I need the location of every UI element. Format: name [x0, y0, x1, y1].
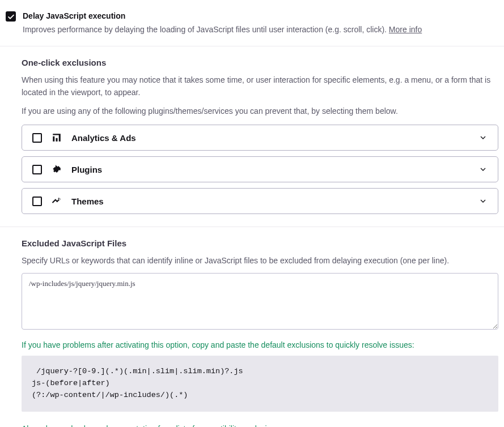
delay-js-title: Delay JavaScript execution [23, 11, 422, 20]
documentation-link[interactable]: documentation [104, 424, 156, 427]
analytics-icon [51, 133, 62, 143]
delay-js-desc: Improves performance by delaying the loa… [23, 24, 422, 36]
excluded-files-desc: Specify URLs or keywords that can identi… [22, 255, 498, 267]
exclusion-checkbox-plugins[interactable] [32, 165, 42, 174]
delay-js-text: Delay JavaScript execution Improves perf… [23, 11, 422, 36]
exclusions-intro: When using this feature you may notice t… [22, 74, 498, 99]
delay-js-row: Delay JavaScript execution Improves perf… [0, 0, 504, 46]
exclusion-item-analytics[interactable]: Analytics & Ads [22, 125, 498, 151]
exclusion-accordion: Analytics & Ads Plugins Themes [22, 125, 498, 214]
exclusions-heading: One-click exclusions [22, 58, 498, 67]
one-click-exclusions-section: One-click exclusions When using this fea… [0, 46, 504, 227]
exclusion-label: Analytics & Ads [71, 133, 469, 143]
excluded-files-section: Excluded JavaScript Files Specify URLs o… [0, 227, 504, 427]
exclusion-label: Plugins [71, 165, 469, 174]
more-info-link[interactable]: More info [389, 25, 422, 34]
documentation-line: Also, please check our documentation for… [22, 424, 498, 427]
chevron-down-icon [478, 133, 488, 142]
chevron-down-icon [478, 197, 488, 206]
problems-notice: If you have problems after activating th… [22, 339, 498, 351]
exclusion-item-plugins[interactable]: Plugins [22, 156, 498, 182]
chevron-down-icon [478, 165, 488, 174]
exclusions-instruction: If you are using any of the following pl… [22, 105, 498, 118]
delay-js-checkbox[interactable] [6, 11, 16, 22]
theme-icon [51, 196, 62, 206]
check-icon [7, 13, 15, 20]
excluded-files-heading: Excluded JavaScript Files [22, 238, 498, 248]
default-exclusions-code: /jquery-?[0-9.](.*)(.min|.slim|.slim.min… [22, 356, 498, 412]
exclusion-checkbox-themes[interactable] [32, 197, 42, 206]
exclusion-checkbox-analytics[interactable] [32, 133, 42, 143]
exclusion-label: Themes [71, 197, 469, 206]
plugin-icon [51, 164, 62, 174]
excluded-files-textarea[interactable] [22, 273, 498, 330]
exclusion-item-themes[interactable]: Themes [22, 188, 498, 214]
